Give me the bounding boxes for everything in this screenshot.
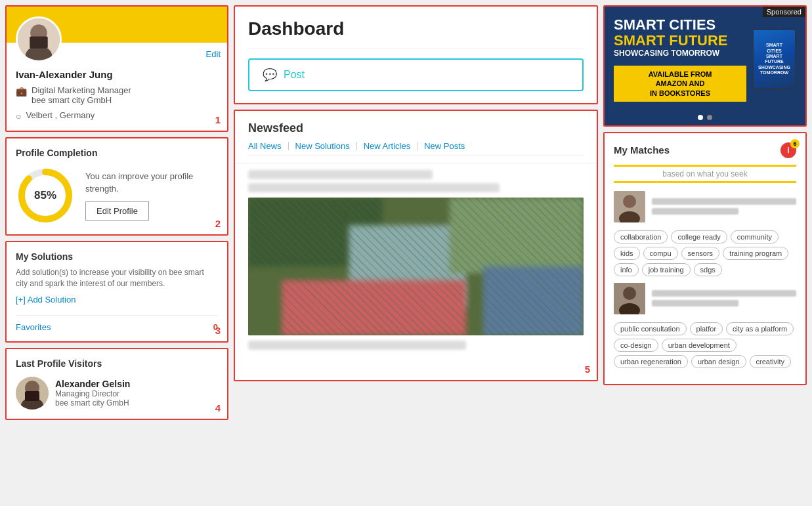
- newsfeed-tabs: All News New Solutions New Articles New …: [248, 142, 584, 156]
- tag-compu[interactable]: compu: [643, 247, 678, 260]
- dashboard-title: Dashboard: [248, 18, 584, 49]
- location-icon: ○: [16, 111, 21, 121]
- solutions-desc: Add solution(s) to increase your visibil…: [16, 267, 218, 289]
- right-column: Sponsored SMART CITIES SMART FUTURE SHOW…: [603, 5, 807, 420]
- briefcase-icon: 💼: [16, 86, 27, 96]
- tag-public-consultation[interactable]: public consultation: [614, 322, 687, 335]
- edit-link[interactable]: Edit: [206, 49, 221, 59]
- visitors-title: Last Profile Visitors: [16, 358, 218, 369]
- tab-new-articles[interactable]: New Articles: [364, 142, 418, 150]
- tag-city-as-platform[interactable]: city as a platform: [726, 322, 794, 335]
- newsfeed-header: Newsfeed All News New Solutions New Arti…: [235, 111, 597, 163]
- ad-title1: SMART CITIES: [614, 17, 746, 33]
- solutions-card: My Solutions Add solution(s) to increase…: [5, 241, 228, 343]
- tag-college-ready[interactable]: college ready: [671, 230, 727, 243]
- donut-label: 85%: [34, 189, 56, 202]
- ad-title2: SMART FUTURE: [614, 33, 746, 49]
- ad-card: Sponsored SMART CITIES SMART FUTURE SHOW…: [603, 5, 807, 127]
- blur-line-1: [652, 198, 796, 205]
- completion-title: Profile Completion: [16, 148, 218, 158]
- post-label: Post: [284, 69, 305, 81]
- feed-image-overlay: [248, 198, 584, 335]
- matches-card: My Matches i 6 based on what you seek: [603, 132, 807, 385]
- ad-dot-1[interactable]: [698, 115, 703, 120]
- match-item-2: [614, 283, 796, 314]
- tag-community[interactable]: community: [731, 230, 779, 243]
- visitor-avatar: [16, 377, 49, 410]
- badge-4: 4: [215, 402, 221, 413]
- match-avatar-1: [614, 191, 645, 222]
- ad-text: SMART CITIES SMART FUTURE SHOWCASING TOM…: [614, 17, 746, 102]
- match-blur-2: [652, 283, 796, 314]
- matches-count-badge: 6: [790, 139, 800, 148]
- tag-platfor[interactable]: platfor: [690, 322, 723, 335]
- profile-location-text: Velbert , Germany: [26, 110, 95, 120]
- badge-1: 1: [215, 114, 221, 125]
- blur-line-4: [652, 300, 738, 306]
- favorites-link[interactable]: Favorites: [16, 322, 51, 332]
- tag-creativity[interactable]: creativity: [750, 355, 791, 368]
- add-solution-link[interactable]: [+] Add Solution: [16, 295, 75, 305]
- tag-sdgs[interactable]: sdgs: [694, 263, 722, 276]
- tag-urban-regeneration[interactable]: urban regeneration: [614, 355, 688, 368]
- tag-sensors[interactable]: sensors: [681, 247, 720, 260]
- favorites-row: Favorites 0: [16, 315, 218, 332]
- completion-text: You can improve your profile strength.: [85, 171, 218, 194]
- ad-inner: SMART CITIES SMART FUTURE SHOWCASING TOM…: [605, 7, 805, 111]
- newsfeed-title: Newsfeed: [248, 121, 584, 135]
- center-column: Dashboard 💬 Post Newsfeed All News New S…: [234, 5, 598, 420]
- tag-collaboration[interactable]: collaboration: [614, 230, 668, 243]
- tag-urban-design[interactable]: urban design: [691, 355, 746, 368]
- ad-dot-2[interactable]: [707, 115, 712, 120]
- svg-point-20: [623, 287, 636, 300]
- svg-rect-9: [25, 391, 39, 401]
- completion-card: Profile Completion 85% You can improve y…: [5, 137, 228, 236]
- profile-name: Ivan-Alexander Jung: [16, 69, 218, 80]
- tab-new-posts[interactable]: New Posts: [424, 142, 471, 150]
- info-badge[interactable]: i 6: [780, 142, 796, 158]
- tag-urban-development[interactable]: urban development: [662, 339, 737, 352]
- profile-card: Edit Ivan-Alexander Jung 💼 Digital Marke…: [5, 5, 228, 132]
- newsfeed-card: Newsfeed All News New Solutions New Arti…: [234, 110, 598, 381]
- ad-available: AVAILABLE FROMAMAZON ANDIN BOOKSTORES: [614, 66, 746, 102]
- tab-new-solutions[interactable]: New Solutions: [295, 142, 357, 150]
- completion-body: 85% You can improve your profile strengt…: [16, 166, 218, 225]
- ad-book-cover: SMARTCITIESSMARTFUTURESHOWCASINGTOMORROW: [753, 30, 796, 89]
- matches-header: My Matches i 6: [614, 142, 796, 158]
- solutions-title: My Solutions: [16, 251, 218, 262]
- donut-chart: 85%: [16, 166, 75, 225]
- tab-all-news[interactable]: All News: [248, 142, 289, 150]
- profile-job: 💼 Digital Marketing Managerbee smart cit…: [16, 85, 218, 105]
- match-blur-1: [652, 191, 796, 222]
- blur-line-2: [652, 208, 738, 215]
- match-item-1: [614, 191, 796, 222]
- match-2-tags: public consultation platfor city as a pl…: [614, 322, 796, 368]
- feed-blur-title: [248, 170, 433, 179]
- ad-dots: [605, 111, 805, 125]
- avatar: [16, 16, 62, 62]
- tag-info[interactable]: info: [614, 263, 639, 276]
- blur-line-3: [652, 290, 796, 297]
- match-1-tags: collaboration college ready community ki…: [614, 230, 796, 276]
- visitor-role: Managing Director: [55, 389, 130, 398]
- sponsored-label: Sponsored: [763, 7, 805, 17]
- visitors-card: Last Profile Visitors Alexander Gelsin M…: [5, 348, 228, 420]
- svg-rect-3: [30, 36, 47, 48]
- dashboard-card: Dashboard 💬 Post: [234, 5, 598, 104]
- tag-job-training[interactable]: job training: [642, 263, 691, 276]
- profile-job-text: Digital Marketing Managerbee smart city …: [32, 85, 131, 105]
- matches-title: My Matches: [614, 144, 670, 156]
- post-box[interactable]: 💬 Post: [248, 58, 584, 91]
- feed-image: [248, 198, 584, 335]
- ad-subtitle: SHOWCASING TOMORROW: [614, 49, 746, 59]
- tag-co-design[interactable]: co-design: [614, 339, 658, 352]
- tag-kids[interactable]: kids: [614, 247, 640, 260]
- visitor-item: Alexander Gelsin Managing Director bee s…: [16, 377, 218, 410]
- edit-profile-button[interactable]: Edit Profile: [85, 201, 149, 221]
- visitor-name: Alexander Gelsin: [55, 379, 130, 389]
- feed-blur-bottom: [248, 341, 466, 350]
- tag-training-program[interactable]: training program: [723, 247, 788, 260]
- svg-point-17: [623, 195, 636, 208]
- visitor-company: bee smart city GmbH: [55, 398, 130, 408]
- badge-2: 2: [215, 218, 221, 229]
